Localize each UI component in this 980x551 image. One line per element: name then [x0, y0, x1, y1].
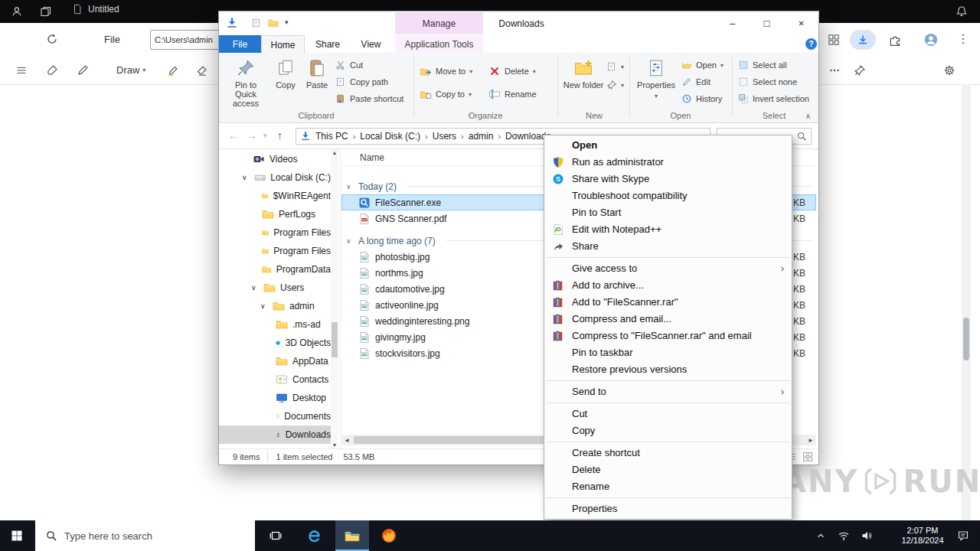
page-scrollbar-thumb[interactable]: [963, 318, 969, 360]
column-header-name[interactable]: Name: [360, 152, 384, 163]
user-icon[interactable]: [11, 5, 23, 18]
sidebar-item-3d-objects[interactable]: 3D Objects: [219, 334, 331, 352]
menu-list-icon[interactable]: [15, 64, 28, 77]
context-menu-item-properties[interactable]: Properties: [544, 500, 792, 517]
navigation-scrollbar-thumb[interactable]: [332, 322, 338, 357]
gear-icon[interactable]: [943, 64, 956, 77]
scroll-right-icon[interactable]: ►: [805, 435, 816, 445]
forward-button[interactable]: →: [247, 129, 257, 142]
copy-to-button[interactable]: Copy to ▾: [420, 85, 472, 103]
pin-icon[interactable]: [854, 64, 866, 77]
tab-home[interactable]: Home: [261, 35, 305, 54]
context-menu-item-create-shortcut[interactable]: Create shortcut: [544, 445, 792, 461]
context-menu-item-compress-and-email[interactable]: Compress and email...: [544, 311, 792, 328]
maximize-button[interactable]: □: [750, 11, 784, 35]
easy-access-button[interactable]: ▾: [606, 77, 624, 93]
context-menu-item-delete[interactable]: Delete: [544, 461, 792, 478]
sidebar-item-program-files-x86[interactable]: Program Files: [219, 242, 331, 260]
network-tray-button[interactable]: [833, 520, 854, 551]
tab-share[interactable]: Share: [305, 35, 351, 53]
context-menu-item-copy[interactable]: Copy: [544, 422, 792, 439]
bell-icon[interactable]: [956, 5, 968, 18]
rename-button[interactable]: Rename: [488, 85, 537, 103]
open-button[interactable]: Open ▾: [681, 57, 724, 73]
history-button[interactable]: History: [681, 91, 722, 106]
group-chevron-icon[interactable]: ∨: [346, 237, 354, 245]
pen-icon[interactable]: [77, 64, 89, 77]
paste-button[interactable]: Paste: [302, 56, 332, 111]
downloads-button[interactable]: [850, 30, 876, 50]
extensions-puzzle-icon[interactable]: [888, 33, 902, 47]
sidebar-item-contacts[interactable]: Contacts: [219, 370, 331, 389]
action-center-button[interactable]: [949, 520, 977, 551]
taskbar-search[interactable]: Type here to search: [35, 520, 255, 551]
sidebar-item-downloads[interactable]: Downloads: [219, 425, 331, 444]
sidebar-item-desktop[interactable]: Desktop: [219, 389, 331, 407]
sidebar-item-appdata[interactable]: AppData: [219, 352, 331, 370]
navigation-scrollbar[interactable]: ▲ ▼: [331, 149, 338, 448]
sidebar-item-program-files[interactable]: Program Files: [219, 223, 331, 242]
sidebar-item-winreagent[interactable]: $WinREAgent: [219, 187, 331, 205]
recent-locations-button[interactable]: ▾: [263, 132, 267, 139]
breadcrumb-admin[interactable]: admin: [464, 131, 498, 142]
edit-button[interactable]: Edit: [681, 74, 710, 90]
context-menu-item-rename[interactable]: Rename: [544, 478, 792, 495]
volume-tray-button[interactable]: [856, 520, 877, 551]
context-menu-item-add-to-archive[interactable]: Add to archive...: [544, 277, 792, 294]
invert-selection-button[interactable]: Invert selection: [738, 91, 809, 106]
context-menu-item-share[interactable]: Share: [544, 238, 792, 255]
sidebar-item-admin[interactable]: ∨ admin: [219, 297, 331, 315]
copy-path-button[interactable]: Copy path: [335, 74, 388, 90]
context-menu-item-troubleshoot-compatibility[interactable]: Troubleshoot compatibility: [544, 187, 792, 204]
brush-icon[interactable]: [46, 64, 58, 77]
breadcrumb-local-disk[interactable]: Local Disk (C:): [355, 131, 425, 142]
close-button[interactable]: ×: [784, 11, 818, 35]
delete-button[interactable]: Delete ▾: [488, 62, 536, 80]
new-item-button[interactable]: ▾: [606, 59, 624, 74]
scroll-up-icon[interactable]: ▲: [331, 150, 338, 155]
tray-expand-button[interactable]: [810, 520, 831, 551]
sidebar-item-programdata[interactable]: ProgramData: [219, 260, 331, 279]
draw-tool-button[interactable]: Draw ▾: [116, 64, 145, 76]
start-button[interactable]: [0, 520, 34, 551]
context-menu-item-add-to-filescanner-rar[interactable]: Add to "FileScanner.rar": [544, 294, 792, 311]
select-none-button[interactable]: Select none: [738, 74, 797, 90]
context-menu-item-cut[interactable]: Cut: [544, 406, 792, 422]
copy-button[interactable]: Copy: [271, 56, 300, 111]
sidebar-item-ms-ad[interactable]: .ms-ad: [219, 315, 331, 334]
sidebar-item-documents[interactable]: Documents: [219, 407, 331, 425]
expand-chevron-icon[interactable]: ∨: [260, 302, 268, 310]
sidebar-item-users[interactable]: ∨ Users: [219, 279, 331, 297]
qat-properties-button[interactable]: [251, 18, 262, 28]
file-menu[interactable]: File: [104, 34, 120, 45]
sidebar-item-local-disk[interactable]: ∨ Local Disk (C:): [219, 168, 331, 187]
context-menu-item-edit-with-notepad-plus-plus[interactable]: Edit with Notepad++: [544, 221, 792, 238]
context-menu-item-compress-to-filescanner-rar-and-email[interactable]: Compress to "FileScanner.rar" and email: [544, 328, 792, 344]
profile-avatar[interactable]: [923, 32, 939, 47]
tab-application-tools[interactable]: Application Tools: [395, 35, 483, 53]
properties-button[interactable]: Properties ▾: [634, 56, 678, 111]
paste-shortcut-button[interactable]: Paste shortcut: [335, 91, 403, 106]
breadcrumb-this-pc[interactable]: This PC: [311, 131, 353, 142]
panels-icon[interactable]: [827, 33, 841, 47]
page-scrollbar[interactable]: [962, 84, 971, 520]
breadcrumb-users[interactable]: Users: [428, 131, 461, 142]
context-menu-item-pin-to-start[interactable]: Pin to Start: [544, 204, 792, 221]
context-menu-item-share-with-skype[interactable]: Share with Skype: [544, 171, 792, 187]
new-folder-button[interactable]: New folder: [562, 56, 605, 111]
scroll-left-icon[interactable]: ◄: [341, 435, 352, 445]
qat-customize-button[interactable]: ▾: [285, 18, 289, 26]
tab-file[interactable]: File: [219, 35, 261, 53]
context-menu-item-open[interactable]: Open: [544, 137, 792, 154]
move-to-button[interactable]: Move to ▾: [420, 62, 472, 80]
pin-to-quick-access-button[interactable]: Pin to Quick access: [224, 56, 268, 111]
background-tab[interactable]: Untitled: [72, 4, 119, 15]
context-menu-item-restore-previous-versions[interactable]: Restore previous versions: [544, 361, 792, 378]
highlighter-icon[interactable]: [167, 64, 179, 77]
sidebar-item-videos[interactable]: Videos: [219, 150, 331, 168]
task-view-button[interactable]: [259, 520, 292, 551]
back-button[interactable]: ←: [228, 129, 239, 142]
help-button[interactable]: ?: [805, 38, 817, 50]
firefox-taskbar-button[interactable]: [372, 520, 406, 551]
select-all-button[interactable]: Select all: [738, 57, 787, 73]
